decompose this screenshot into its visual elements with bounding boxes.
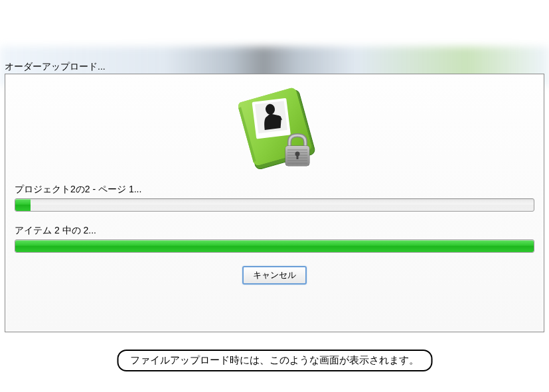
upload-dialog: プロジェクト2の2 - ページ 1... アイテム 2 中の 2... キャンセ… <box>5 74 544 332</box>
progress-bar-1 <box>15 198 534 212</box>
progress-bar-2 <box>15 239 534 253</box>
caption-text: ファイルアップロード時には、このような画面が表示されます。 <box>117 350 432 371</box>
svg-rect-12 <box>296 154 298 159</box>
progress-label-1: プロジェクト2の2 - ページ 1... <box>15 184 534 196</box>
button-row: キャンセル <box>5 266 544 285</box>
progress-fill-2 <box>15 240 534 252</box>
progress-section-2: アイテム 2 中の 2... <box>5 225 544 253</box>
progress-fill-1 <box>15 199 31 211</box>
dialog-title: オーダーアップロード... <box>5 61 106 73</box>
progress-label-2: アイテム 2 中の 2... <box>15 225 534 237</box>
book-lock-icon <box>228 81 321 177</box>
cancel-button[interactable]: キャンセル <box>242 266 307 285</box>
icon-area <box>5 74 544 184</box>
progress-section-1: プロジェクト2の2 - ページ 1... <box>5 184 544 212</box>
